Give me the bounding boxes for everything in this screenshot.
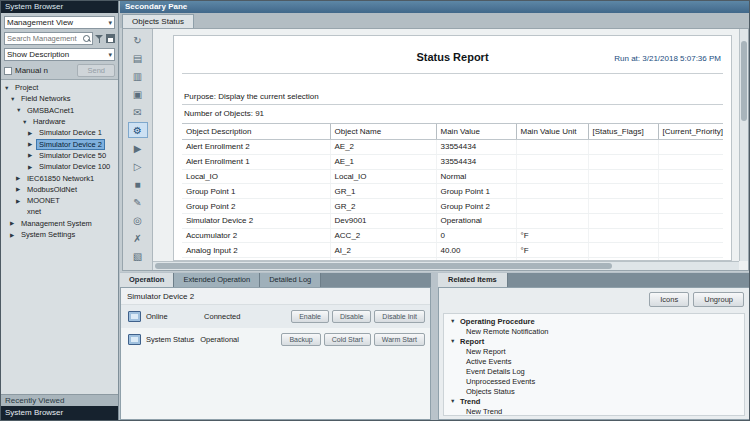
table-row[interactable]: Simulator Device 2Dev9001Operational: [182, 213, 723, 228]
chevron-expanded-icon[interactable]: ▼: [450, 318, 460, 324]
related-item-event-details-log[interactable]: Event Details Log: [444, 366, 744, 376]
table-row[interactable]: Local_IOLocal_IONormal: [182, 169, 723, 184]
stop-icon[interactable]: ■: [128, 176, 148, 192]
enable-button[interactable]: Enable: [291, 310, 329, 323]
search-icon[interactable]: [82, 34, 91, 43]
chevron-collapsed-icon[interactable]: ▶: [16, 175, 24, 181]
tree-item-xnet[interactable]: xnet: [1, 206, 118, 217]
related-group-report[interactable]: ▼Report: [444, 336, 744, 346]
related-item-objects-status[interactable]: Objects Status: [444, 386, 744, 396]
tree-item-modbusoldnet[interactable]: ▶ModbusOldNet: [1, 184, 118, 195]
horizontal-scrollbar[interactable]: [153, 261, 739, 270]
column-header-main-value[interactable]: Main Value: [436, 124, 516, 140]
export-document-icon[interactable]: ▧: [128, 248, 148, 264]
chevron-collapsed-icon[interactable]: ▶: [16, 198, 24, 204]
tab-detailed-log[interactable]: Detailed Log: [260, 273, 321, 287]
warm-start-button[interactable]: Warm Start: [374, 333, 425, 346]
tree-item-system-settings[interactable]: ▶System Settings: [1, 229, 118, 240]
table-row[interactable]: Accumulator 2ACC_20°F: [182, 228, 723, 243]
ungroup-button[interactable]: Ungroup: [693, 292, 744, 307]
tree-item-iec61850-network1[interactable]: ▶IEC61850 Network1: [1, 172, 118, 183]
tree-item-label: MOONET: [24, 195, 63, 206]
tree-item-management-system[interactable]: ▶Management System: [1, 218, 118, 229]
chevron-expanded-icon[interactable]: ▼: [10, 96, 18, 102]
disable-init-button[interactable]: Disable Init: [374, 310, 425, 323]
chevron-collapsed-icon[interactable]: ▶: [28, 152, 36, 158]
chevron-expanded-icon[interactable]: ▼: [450, 338, 460, 344]
related-item-active-events[interactable]: Active Events: [444, 356, 744, 366]
column-header-object-name[interactable]: Object Name: [330, 124, 436, 140]
tree-item-gmsbacnet1[interactable]: ▼GMSBACnet1: [1, 105, 118, 116]
tree-item-hardware[interactable]: ▼Hardware: [1, 116, 118, 127]
mail-icon[interactable]: ✉: [128, 104, 148, 120]
view-mode-dropdown[interactable]: Management View ▾: [4, 16, 115, 29]
description-dropdown[interactable]: Show Description ▾: [4, 48, 115, 61]
related-item-new-trend[interactable]: New Trend: [444, 406, 744, 416]
tab-extended-operation[interactable]: Extended Operation: [174, 273, 260, 287]
column-header-main-value-unit[interactable]: Main Value Unit: [516, 124, 588, 140]
table-row[interactable]: Alert Enrollment 2AE_233554434: [182, 140, 723, 155]
disable-button[interactable]: Disable: [332, 310, 371, 323]
vertical-scrollbar[interactable]: [739, 29, 748, 261]
save-view-icon[interactable]: [106, 34, 115, 43]
tree-item-simulator-device-2[interactable]: ▶Simulator Device 2: [1, 138, 118, 149]
vertical-scrollbar-thumb[interactable]: [741, 41, 747, 121]
refresh-icon[interactable]: ↻: [128, 32, 148, 48]
send-button[interactable]: Send: [77, 64, 115, 77]
backup-button[interactable]: Backup: [281, 333, 320, 346]
tree-item-simulator-device-50[interactable]: ▶Simulator Device 50: [1, 150, 118, 161]
column-header-current-priority[interactable]: [Current_Priority]: [658, 124, 723, 140]
table-row[interactable]: Analog Input 2AI_240.00°F: [182, 243, 723, 258]
chevron-expanded-icon[interactable]: ▼: [450, 398, 460, 404]
settings-gear-icon[interactable]: ⚙: [128, 122, 148, 138]
table-row[interactable]: Alert Enrollment 1AE_133554434: [182, 154, 723, 169]
related-item-unprocessed-events[interactable]: Unprocessed Events: [444, 376, 744, 386]
manual-checkbox[interactable]: [4, 67, 12, 75]
related-group-trend[interactable]: ▼Trend: [444, 396, 744, 406]
preview-icon[interactable]: ◎: [128, 212, 148, 228]
tab-related-items[interactable]: Related Items: [438, 273, 508, 287]
export-excel-icon[interactable]: ✗: [128, 230, 148, 246]
chevron-down-icon: ▾: [108, 51, 112, 59]
chevron-collapsed-icon[interactable]: ▶: [28, 141, 36, 147]
operation-row-system-status: System StatusOperationalBackupCold Start…: [121, 328, 430, 351]
icons-button[interactable]: Icons: [649, 292, 689, 307]
table-row[interactable]: Group Point 1GR_1Group Point 1: [182, 184, 723, 199]
run-icon[interactable]: ▶: [128, 140, 148, 156]
save-icon[interactable]: ▤: [128, 50, 148, 66]
filter-icon[interactable]: [95, 34, 104, 44]
chevron-collapsed-icon[interactable]: ▶: [28, 130, 36, 136]
column-header-object-description[interactable]: Object Description: [182, 124, 330, 140]
related-group-operating-procedure[interactable]: ▼Operating Procedure: [444, 316, 744, 326]
tree-item-simulator-device-100[interactable]: ▶Simulator Device 100: [1, 161, 118, 172]
related-item-new-remote-notification[interactable]: New Remote Notification: [444, 326, 744, 336]
chevron-collapsed-icon[interactable]: ▶: [10, 220, 18, 226]
tab-objects-status[interactable]: Objects Status: [122, 14, 194, 28]
chevron-collapsed-icon[interactable]: ▶: [10, 232, 18, 238]
edit-pen-icon[interactable]: ✎: [128, 194, 148, 210]
system-browser-footer-bar[interactable]: System Browser: [1, 406, 118, 420]
tree-item-moonet[interactable]: ▶MOONET: [1, 195, 118, 206]
tree-item-project[interactable]: ▼Project: [1, 82, 118, 93]
tree-item-field-networks[interactable]: ▼Field Networks: [1, 93, 118, 104]
search-input[interactable]: [5, 34, 82, 43]
report-run-timestamp: Run at: 3/21/2018 5:07:36 PM: [614, 54, 721, 63]
chevron-collapsed-icon[interactable]: ▶: [16, 186, 24, 192]
chevron-expanded-icon[interactable]: ▼: [4, 85, 12, 91]
table-row[interactable]: Group Point 2GR_2Group Point 2: [182, 199, 723, 214]
related-item-new-report[interactable]: New Report: [444, 346, 744, 356]
recently-viewed-bar[interactable]: Recently Viewed: [1, 394, 118, 406]
tree-item-simulator-device-1[interactable]: ▶Simulator Device 1: [1, 127, 118, 138]
snapshot-icon[interactable]: ▣: [128, 86, 148, 102]
step-icon[interactable]: ▷: [128, 158, 148, 174]
cold-start-button[interactable]: Cold Start: [324, 333, 371, 346]
chevron-expanded-icon[interactable]: ▼: [16, 107, 24, 113]
print-icon[interactable]: ▥: [128, 68, 148, 84]
table-cell: [516, 213, 588, 228]
column-header-status-flags[interactable]: [Status_Flags]: [588, 124, 658, 140]
tab-operation[interactable]: Operation: [120, 273, 174, 287]
chevron-collapsed-icon[interactable]: ▶: [28, 164, 36, 170]
app-window: System Browser Management View ▾ Show De…: [0, 0, 750, 421]
horizontal-scrollbar-thumb[interactable]: [155, 263, 612, 269]
chevron-expanded-icon[interactable]: ▼: [22, 119, 30, 125]
